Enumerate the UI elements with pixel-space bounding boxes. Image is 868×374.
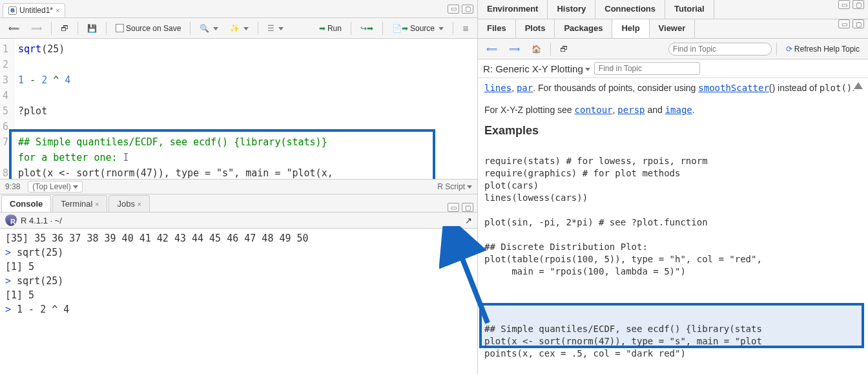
tab-help[interactable]: Help: [612, 19, 649, 38]
code-editor[interactable]: 1 2 3 4 5 6 7 8 9 sqrt(25) 1 - 2 ^ 4 ?pl…: [0, 39, 477, 179]
link-lines[interactable]: lines: [484, 83, 512, 93]
source-on-save-toggle[interactable]: Source on Save: [111, 21, 185, 36]
r-version-label: R 4.1.1 · ~/: [21, 216, 62, 225]
help-content[interactable]: lines, par. For thousands of points, con…: [478, 78, 868, 374]
console-info-bar: R 4.1.1 · ~/ ↗: [0, 213, 477, 229]
search-icon: 🔍: [200, 24, 209, 33]
forward-button[interactable]: ⟹: [26, 21, 46, 36]
source-arrow-icon: 📄➡: [392, 24, 408, 33]
link-smoothscatter[interactable]: smoothScatter: [698, 83, 769, 93]
editor-toolbar: ⟸ ⟹ 🗗 💾 Source on Save 🔍 ✨ ☰ ➡ Run ↪➡ 📄➡…: [0, 18, 477, 39]
back-button[interactable]: ⟸: [4, 21, 24, 36]
scope-selector[interactable]: (Top Level): [28, 181, 82, 192]
examples-heading: Examples: [484, 123, 862, 138]
outline-icon: ☰: [267, 24, 274, 33]
tab-terminal[interactable]: Terminal ×: [52, 195, 107, 212]
checkbox-icon: [116, 24, 124, 32]
save-button[interactable]: 💾: [83, 21, 101, 36]
arrow-right-icon: ⟹: [509, 45, 520, 54]
help-toolbar: ⟸ ⟹ 🏠 🗗 ⟳ Refresh Help Topic: [478, 39, 868, 59]
rerun-button[interactable]: ↪➡: [356, 21, 378, 36]
arrow-left-icon: ⟸: [486, 45, 497, 54]
tab-environment[interactable]: Environment: [478, 0, 548, 19]
close-icon[interactable]: ×: [95, 200, 99, 208]
magic-wand-icon: ✨: [230, 24, 240, 33]
refresh-help-button[interactable]: ⟳ Refresh Help Topic: [781, 42, 864, 56]
list-icon: ≣: [462, 24, 469, 33]
tab-tutorial[interactable]: Tutorial: [665, 0, 714, 19]
popout-icon: 🗗: [61, 24, 68, 33]
text-cursor-icon: I: [118, 152, 129, 163]
file-type-selector[interactable]: R Script: [437, 182, 472, 191]
source-button[interactable]: 📄➡ Source: [388, 21, 448, 36]
link-contour[interactable]: contour: [575, 105, 613, 115]
help-popout-button[interactable]: 🗗: [555, 42, 572, 56]
close-icon[interactable]: ×: [138, 200, 141, 208]
popout-icon: 🗗: [560, 45, 568, 54]
scroll-up-icon[interactable]: [854, 82, 863, 89]
editor-tab-title: Untitled1*: [19, 6, 53, 15]
arrow-right-icon: ⟹: [31, 24, 42, 33]
rerun-icon: ↪➡: [360, 24, 373, 33]
save-icon: 💾: [87, 24, 97, 33]
line-gutter: 1 2 3 4 5 6 7 8 9: [0, 39, 14, 179]
console-panel-tabs: Console Terminal × Jobs × ▭ ▢: [0, 194, 477, 213]
find-in-topic-input[interactable]: [594, 62, 700, 75]
outline-button[interactable]: ☰: [263, 21, 288, 36]
close-icon[interactable]: ×: [56, 6, 59, 14]
refresh-icon: ⟳: [786, 45, 792, 54]
tab-packages[interactable]: Packages: [555, 19, 612, 38]
link-par[interactable]: par: [517, 83, 533, 93]
tab-files[interactable]: Files: [478, 19, 516, 38]
maximize-pane-icon[interactable]: ▢: [852, 19, 864, 28]
tab-plots[interactable]: Plots: [516, 19, 555, 38]
tab-connections[interactable]: Connections: [595, 0, 665, 19]
editor-tab-bar: R Untitled1* × ▭ ▢: [0, 0, 477, 18]
top-right-tabs: Environment History Connections Tutorial…: [478, 0, 868, 19]
tab-history[interactable]: History: [548, 0, 595, 19]
link-persp[interactable]: persp: [617, 105, 645, 115]
run-button[interactable]: ➡ Run: [315, 21, 346, 36]
help-forward-button[interactable]: ⟹: [504, 42, 524, 56]
link-image[interactable]: image: [665, 105, 692, 115]
outline-panel-button[interactable]: ≣: [458, 21, 473, 36]
minimize-pane-icon[interactable]: ▭: [838, 19, 850, 28]
editor-status-bar: 9:38 (Top Level) R Script: [0, 179, 477, 194]
example-code-highlighted: ## Simple quantiles/ECDF, see ecdf() {li…: [484, 311, 762, 360]
tab-jobs[interactable]: Jobs ×: [108, 195, 150, 212]
r-logo-icon: [5, 214, 17, 226]
help-panel-tabs: Files Plots Packages Help Viewer ▭ ▢: [478, 19, 868, 39]
scroll-up-icon[interactable]: [463, 233, 472, 240]
help-back-button[interactable]: ⟸: [482, 42, 502, 56]
help-search-input[interactable]: [668, 43, 772, 56]
editor-tab-untitled[interactable]: R Untitled1* ×: [3, 3, 65, 17]
console-output[interactable]: [35] 35 36 37 38 39 40 41 42 43 44 45 46…: [0, 229, 477, 374]
home-icon: 🏠: [532, 45, 541, 54]
maximize-pane-icon[interactable]: ▢: [462, 203, 473, 212]
find-button[interactable]: 🔍: [195, 21, 223, 36]
maximize-pane-icon[interactable]: ▢: [462, 5, 473, 14]
minimize-pane-icon[interactable]: ▭: [838, 0, 850, 9]
help-page-title[interactable]: R: Generic X-Y Plotting: [483, 63, 590, 74]
r-document-icon: R: [8, 6, 17, 15]
code-area[interactable]: sqrt(25) 1 - 2 ^ 4 ?plot ## Simple quant…: [14, 39, 477, 179]
minimize-pane-icon[interactable]: ▭: [448, 5, 459, 14]
help-home-button[interactable]: 🏠: [527, 42, 546, 56]
wand-button[interactable]: ✨: [225, 21, 253, 36]
cursor-position: 9:38: [5, 182, 20, 191]
tab-console[interactable]: Console: [1, 195, 51, 212]
popout-icon[interactable]: ↗: [465, 216, 472, 225]
example-code: require(stats) # for lowess, rpois, rnor…: [484, 143, 862, 278]
minimize-pane-icon[interactable]: ▭: [448, 203, 459, 212]
show-in-new-window-button[interactable]: 🗗: [56, 21, 73, 36]
run-arrow-icon: ➡: [319, 24, 326, 33]
help-title-bar: R: Generic X-Y Plotting: [478, 59, 868, 78]
maximize-pane-icon[interactable]: ▢: [852, 0, 864, 9]
arrow-left-icon: ⟸: [8, 24, 19, 33]
tab-viewer[interactable]: Viewer: [650, 19, 696, 38]
